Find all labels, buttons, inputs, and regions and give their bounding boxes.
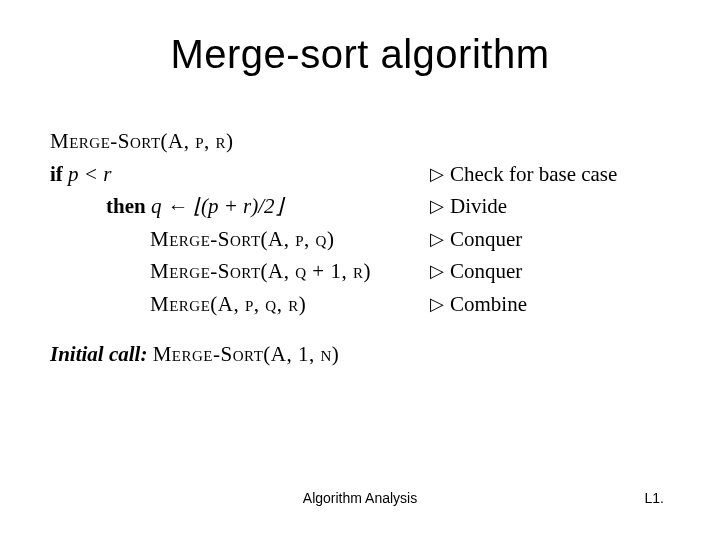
footer-right: L1. [645,490,664,506]
call3-row: Merge(A, p, q, r) ▷Combine [30,288,690,321]
page-title: Merge-sort algorithm [30,32,690,77]
call1-line: Merge-Sort(A, p, q) [30,223,430,256]
comment-4: ▷Conquer [430,255,690,288]
comment-text: Divide [450,194,507,218]
initial-call-row: Initial call: Merge-Sort(A, 1, n) [30,338,690,371]
slide-footer: Algorithm Analysis L1. [0,490,720,506]
triangle-icon: ▷ [430,226,444,254]
call1-row: Merge-Sort(A, p, q) ▷Conquer [30,223,690,256]
proc-signature: Merge-Sort(A, p, r) [50,129,234,153]
empty-comment [430,125,690,158]
triangle-icon: ▷ [430,258,444,286]
proc-header: Merge-Sort(A, p, r) [30,125,430,158]
comment-text: Check for base case [450,162,617,186]
comment-5: ▷Combine [430,288,690,321]
call2-text: Merge-Sort(A, q + 1, r) [150,259,371,283]
call2-line: Merge-Sort(A, q + 1, r) [30,255,430,288]
comment-2: ▷Divide [430,190,690,223]
call3-text: Merge(A, p, q, r) [150,292,306,316]
comment-text: Conquer [450,227,522,251]
if-keyword: if [50,162,63,186]
comment-text: Combine [450,292,527,316]
if-row: if p < r ▷Check for base case [30,158,690,191]
pseudocode-block: Merge-Sort(A, p, r) if p < r ▷Check for … [30,125,690,371]
call1-text: Merge-Sort(A, p, q) [150,227,334,251]
triangle-icon: ▷ [430,291,444,319]
comment-1: ▷Check for base case [430,158,690,191]
initial-label: Initial call: [50,342,147,366]
footer-center: Algorithm Analysis [303,490,417,506]
slide: Merge-sort algorithm Merge-Sort(A, p, r)… [0,0,720,540]
if-condition: p < r [63,162,112,186]
spacer [30,320,690,338]
then-line: then q ← ⌊(p + r)/2⌋ [30,190,430,223]
call2-row: Merge-Sort(A, q + 1, r) ▷Conquer [30,255,690,288]
if-line: if p < r [30,158,430,191]
initial-call-text: Merge-Sort(A, 1, n) [153,342,340,366]
comment-text: Conquer [450,259,522,283]
then-keyword: then [106,194,146,218]
proc-header-row: Merge-Sort(A, p, r) [30,125,690,158]
triangle-icon: ▷ [430,193,444,221]
empty-comment [430,338,690,371]
comment-3: ▷Conquer [430,223,690,256]
triangle-icon: ▷ [430,161,444,189]
call3-line: Merge(A, p, q, r) [30,288,430,321]
initial-call: Initial call: Merge-Sort(A, 1, n) [30,338,430,371]
assign-expr: q ← ⌊(p + r)/2⌋ [146,194,283,218]
then-row: then q ← ⌊(p + r)/2⌋ ▷Divide [30,190,690,223]
